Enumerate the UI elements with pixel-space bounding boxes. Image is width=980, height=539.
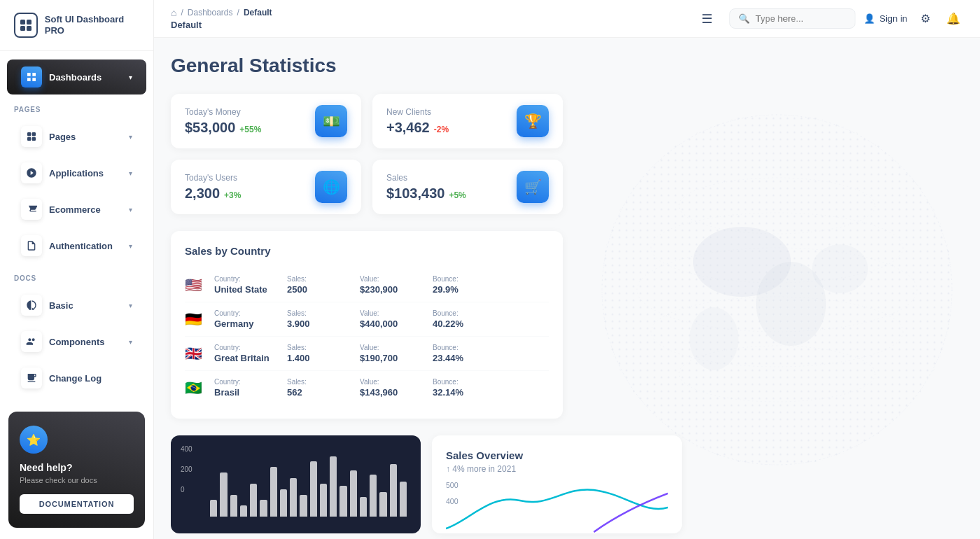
sales-by-country-card: Sales by Country 🇺🇸 Country: United Stat…: [171, 231, 563, 419]
svg-text:400: 400: [446, 498, 458, 505]
stat-clients-label: New Clients: [386, 107, 449, 117]
country-flag: 🇧🇷: [185, 381, 204, 395]
sidebar-item-pages[interactable]: Pages ▾: [7, 119, 146, 154]
applications-arrow: ▾: [129, 169, 132, 177]
user-icon: 👤: [864, 13, 875, 24]
sidebar-item-applications[interactable]: Applications ▾: [7, 155, 146, 190]
sidebar-item-authentication[interactable]: Authentication ▾: [7, 228, 146, 263]
signin-button[interactable]: 👤 Sign in: [864, 13, 907, 24]
basic-label: Basic: [49, 300, 122, 311]
stat-clients-info: New Clients +3,462 -2%: [386, 107, 449, 136]
bar: [370, 475, 377, 517]
svg-rect-0: [20, 20, 25, 24]
chart-y-200: 200: [181, 465, 192, 473]
logo-icon: [14, 13, 38, 38]
svg-point-9: [679, 178, 875, 234]
notifications-icon[interactable]: 🔔: [944, 9, 963, 29]
sidebar-nav: Dashboards ▾ PAGES Pages ▾ Applications …: [0, 51, 153, 400]
main-area: ⌂ / Dashboards / Default Default ☰ 🔍 👤 S…: [154, 0, 980, 539]
stat-card-users: Today's Users 2,300 +3% 🌐: [171, 160, 361, 214]
help-subtitle: Please check our docs: [20, 476, 134, 484]
sidebar-item-dashboards[interactable]: Dashboards ▾: [7, 59, 146, 94]
page-heading: General Statistics: [171, 55, 963, 77]
ecommerce-label: Ecommerce: [49, 204, 122, 215]
stat-users-icon: 🌐: [315, 171, 347, 203]
country-name-col: Country: United State: [214, 275, 270, 295]
changelog-label: Change Log: [49, 373, 132, 384]
topbar: ⌂ / Dashboards / Default Default ☰ 🔍 👤 S…: [154, 0, 980, 38]
stat-card-clients: New Clients +3,462 -2% 🏆: [372, 94, 563, 148]
components-icon: [21, 331, 42, 352]
breadcrumb-dashboards: Dashboards: [188, 8, 233, 18]
stat-users-value: 2,300: [185, 186, 220, 202]
stat-clients-change: -2%: [434, 125, 449, 134]
pages-section-label: PAGES: [0, 96, 153, 118]
stat-card-money: Today's Money $53,000 +55% 💵: [171, 94, 361, 148]
applications-icon: [21, 162, 42, 183]
country-rows: 🇺🇸 Country: United State Sales: 2500 Val…: [185, 268, 549, 405]
svg-point-8: [651, 297, 903, 367]
ecommerce-arrow: ▾: [129, 206, 132, 214]
basic-icon: [21, 295, 42, 316]
sidebar-item-basic[interactable]: Basic ▾: [7, 288, 146, 323]
country-value-col: Value: $190,700: [360, 344, 416, 363]
country-name-col: Country: Great Britain: [214, 344, 270, 363]
bar: [340, 486, 346, 517]
content-area: // Generate dots for globe: [154, 38, 980, 539]
page-title: Default: [171, 20, 272, 30]
breadcrumb: ⌂ / Dashboards / Default Default: [171, 7, 685, 30]
pages-label: Pages: [49, 132, 122, 142]
bar: [220, 472, 227, 517]
bar: [280, 489, 287, 517]
sidebar-item-components[interactable]: Components ▾: [7, 324, 146, 359]
bar: [390, 464, 397, 517]
country-bounce-col: Bounce: 32.14%: [433, 378, 489, 398]
chart-y-0: 0: [181, 486, 192, 493]
sales-table-title: Sales by Country: [185, 245, 549, 257]
svg-point-6: [637, 248, 917, 332]
authentication-arrow: ▾: [129, 242, 132, 250]
bar: [250, 484, 257, 517]
stat-sales-change: +5%: [449, 190, 465, 200]
country-value-col: Value: $230,900: [360, 275, 416, 295]
stat-users-change: +3%: [224, 190, 241, 200]
bar: [290, 478, 297, 517]
country-row: 🇺🇸 Country: United State Sales: 2500 Val…: [185, 268, 549, 302]
search-box[interactable]: 🔍: [729, 8, 855, 29]
country-sales-col: Sales: 3.900: [287, 309, 343, 329]
svg-point-16: [690, 307, 738, 370]
stat-users-label: Today's Users: [185, 173, 241, 183]
sidebar-item-changelog[interactable]: Change Log: [7, 360, 146, 396]
bar: [379, 492, 386, 517]
bar: [320, 484, 327, 517]
sidebar-item-ecommerce[interactable]: Ecommerce ▾: [7, 192, 146, 227]
sidebar: Soft UI Dashboard PRO Dashboards ▾ PAGES…: [0, 0, 154, 539]
svg-rect-3: [27, 26, 31, 31]
sidebar-logo: Soft UI Dashboard PRO: [0, 0, 153, 51]
stat-clients-icon: 🏆: [517, 105, 549, 137]
dashboards-label: Dashboards: [49, 72, 122, 83]
help-title: Need help?: [20, 462, 134, 473]
topbar-right: 🔍 👤 Sign in ⚙ 🔔: [729, 8, 963, 29]
authentication-label: Authentication: [49, 241, 122, 251]
dashboards-icon: [21, 66, 42, 88]
docs-section-label: DOCS: [0, 265, 153, 286]
country-sales-col: Sales: 562: [287, 378, 343, 398]
settings-icon[interactable]: ⚙: [916, 9, 935, 29]
stat-money-icon: 💵: [315, 105, 347, 137]
svg-text:500: 500: [446, 482, 458, 489]
hamburger-menu[interactable]: ☰: [696, 8, 718, 29]
country-bounce-col: Bounce: 40.22%: [433, 309, 489, 329]
applications-label: Applications: [49, 168, 122, 178]
bar-chart-card: 400 200 0: [171, 435, 421, 533]
country-row: 🇧🇷 Country: Brasil Sales: 562 Value: $14…: [185, 371, 549, 405]
search-input[interactable]: [755, 13, 846, 24]
documentation-button[interactable]: DOCUMENTATION: [20, 494, 134, 514]
stat-clients-value: +3,462: [386, 120, 430, 136]
breadcrumb-sep2: /: [237, 8, 239, 18]
country-flag: 🇩🇪: [185, 312, 204, 326]
changelog-icon: [21, 368, 42, 388]
country-name-col: Country: Brasil: [214, 378, 270, 398]
country-bounce-col: Bounce: 23.44%: [433, 344, 489, 363]
svg-point-5: [602, 115, 952, 465]
